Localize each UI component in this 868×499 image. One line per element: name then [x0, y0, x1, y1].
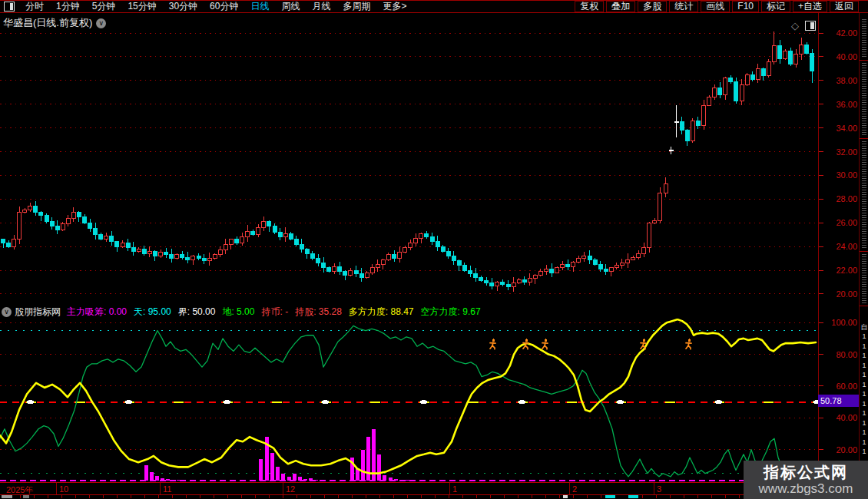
- toolbar-tool-F10[interactable]: F10: [732, 1, 759, 12]
- indicator-name: 股朋指标网: [15, 306, 61, 319]
- right-edge-strip: 自1111111111111: [859, 13, 868, 499]
- price-axis-label: 20.00: [819, 289, 857, 299]
- indicator-axis-label: 20.00: [819, 445, 857, 454]
- running-man-icon: [490, 339, 495, 349]
- price-axis-label: 38.00: [819, 76, 857, 85]
- axis-line: [818, 13, 819, 495]
- toolbar-period-更多>[interactable]: 更多>: [376, 1, 412, 12]
- candlestick-chart: [0, 13, 818, 306]
- price-axis-label: 28.00: [819, 194, 857, 203]
- indicator-chart: [0, 319, 818, 482]
- bear-strength-line: [0, 326, 793, 476]
- indicator-axis-label: 100.00: [819, 318, 857, 327]
- layout-icon[interactable]: [4, 2, 15, 12]
- toolbar-period-15分钟[interactable]: 15分钟: [121, 1, 162, 12]
- toolbar-period-分时[interactable]: 分时: [19, 1, 50, 12]
- indicator-field: 地: 5.00: [222, 306, 254, 319]
- indicator-axis-label: 80.00: [819, 350, 857, 359]
- toolbar-period-1分钟[interactable]: 1分钟: [50, 1, 86, 12]
- indicator-field: 持币: -: [261, 306, 288, 319]
- tools-menu: 复权叠加多股统计画线F10标记+自选返回: [572, 1, 868, 12]
- runner-icons: [490, 339, 691, 349]
- toolbar-tool-叠加[interactable]: 叠加: [606, 1, 635, 12]
- chevron-down-icon[interactable]: ∨: [96, 18, 106, 28]
- period-menu: 分时1分钟5分钟15分钟30分钟60分钟日线周线月线多周期更多>: [0, 1, 412, 12]
- indicator-field: 持股: 35.28: [295, 306, 342, 319]
- price-axis-label: 34.00: [819, 124, 857, 133]
- toolbar-period-多周期[interactable]: 多周期: [336, 1, 376, 12]
- toolbar-tool-复权[interactable]: 复权: [575, 1, 604, 12]
- running-man-icon: [686, 339, 691, 349]
- indicator-gridlines: [0, 322, 818, 449]
- year-label: 2025年: [6, 484, 33, 496]
- candles: [2, 31, 814, 291]
- indicator-axis-label: 60.00: [819, 382, 857, 391]
- page-title: 华盛昌(日线.前复权): [3, 16, 92, 30]
- toolbar-period-日线[interactable]: 日线: [244, 1, 275, 12]
- bottom-strip: [0, 495, 818, 499]
- toolbar-tool-统计[interactable]: 统计: [669, 1, 698, 12]
- price-axis-label: 22.00: [819, 266, 857, 275]
- month-label: 1: [452, 484, 457, 494]
- running-man-icon: [641, 339, 646, 349]
- watermark-title: 指标公式网: [764, 464, 848, 481]
- month-label: 12: [286, 484, 295, 494]
- indicator-field: 天: 95.00: [134, 306, 171, 319]
- indicator-header: ∨ 股朋指标网 主力吸筹: 0.00天: 95.00界: 50.00地: 5.0…: [2, 306, 488, 318]
- stock-app-window: 分时1分钟5分钟15分钟30分钟60分钟日线周线月线多周期更多> 复权叠加多股统…: [0, 0, 868, 499]
- chart-corner-icons: ◇: [791, 20, 816, 31]
- indicator-value-badge: 50.78: [818, 395, 859, 407]
- price-axis-label: 32.00: [819, 147, 857, 157]
- watermark-url: www.zbgs3.com: [759, 481, 853, 497]
- time-axis: 2025年 101112123: [0, 482, 818, 495]
- price-axis-label: 40.00: [819, 52, 857, 61]
- toolbar-period-30分钟[interactable]: 30分钟: [163, 1, 204, 12]
- hold-stock-line: [0, 319, 816, 474]
- toolbar-period-周线[interactable]: 周线: [275, 1, 306, 12]
- toolbar-tool-多股[interactable]: 多股: [638, 1, 667, 12]
- price-axis-label: 24.00: [819, 242, 857, 251]
- toolbar-period-月线[interactable]: 月线: [306, 1, 336, 12]
- price-axis-label: 42.00: [819, 28, 857, 38]
- top-toolbar: 分时1分钟5分钟15分钟30分钟60分钟日线周线月线多周期更多> 复权叠加多股统…: [0, 0, 868, 13]
- indicator-field: 主力吸筹: 0.00: [67, 306, 127, 319]
- toolbar-tool-返回[interactable]: 返回: [830, 1, 859, 12]
- month-label: 2: [572, 484, 577, 494]
- month-label: 3: [657, 484, 661, 494]
- month-label: 11: [163, 484, 171, 494]
- indicator-field: 多方力度: 88.47: [349, 306, 414, 319]
- toolbar-period-5分钟[interactable]: 5分钟: [86, 1, 122, 12]
- watermark: 指标公式网 www.zbgs3.com: [744, 461, 868, 499]
- price-axis-label: 30.00: [819, 170, 857, 180]
- diamond-icon: ◇: [791, 20, 799, 31]
- chevron-down-icon[interactable]: ∨: [2, 307, 12, 317]
- toolbar-period-60分钟[interactable]: 60分钟: [204, 1, 244, 12]
- indicator-field: 界: 50.00: [178, 306, 216, 319]
- toolbar-tool-画线[interactable]: 画线: [701, 1, 730, 12]
- toolbar-tool-标记[interactable]: 标记: [761, 1, 790, 12]
- month-label: 10: [59, 484, 68, 494]
- titlebar: 华盛昌(日线.前复权) ∨: [3, 16, 106, 30]
- indicator-field: 空方力度: 9.67: [421, 306, 481, 319]
- price-axis-label: 36.00: [819, 100, 857, 109]
- price-gridlines: [0, 33, 818, 294]
- panel-toggle-icon[interactable]: [805, 21, 816, 31]
- running-man-icon: [542, 339, 548, 349]
- toolbar-tool-+自选[interactable]: +自选: [793, 1, 827, 12]
- indicator-axis-label: 40.00: [819, 413, 857, 422]
- quote-digit-column: 自1111111111111: [860, 323, 868, 457]
- price-axis-label: 26.00: [819, 218, 857, 227]
